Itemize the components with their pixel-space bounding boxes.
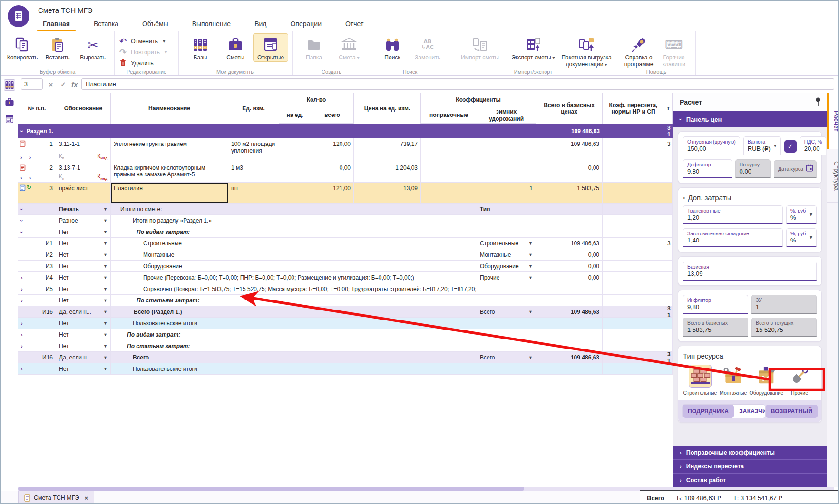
summary-row[interactable]: ›Нет▼Пользовательские итоги xyxy=(18,363,673,375)
expand-chevrons-icon[interactable]: › › xyxy=(20,175,34,181)
chevron-right-icon[interactable]: › xyxy=(21,298,23,303)
ribbon-button-сметы[interactable]: Сметы xyxy=(218,33,253,62)
summary-row[interactable]: ›Нет▼Пользовательские итоги xyxy=(18,318,673,329)
sidebar-open-documents-icon[interactable] xyxy=(4,114,15,125)
kind-coefficient[interactable]: Кинд xyxy=(97,174,107,181)
cost-type-combo[interactable]: Всего▼ xyxy=(477,352,536,363)
resource-type-toolbox-icon[interactable]: Монтажные xyxy=(718,365,749,396)
ribbon-button-базы[interactable]: Базы xyxy=(183,33,218,62)
extra-cost-field[interactable]: Транспортные1,20 xyxy=(683,205,783,224)
currency-field[interactable]: ВалютаRUB (₽)▾ xyxy=(743,136,781,155)
kp-coefficient[interactable]: Кп xyxy=(59,153,64,160)
menu-tab-вставка[interactable]: Вставка xyxy=(87,17,125,32)
chevron-right-icon[interactable]: › xyxy=(21,332,23,338)
summary-row[interactable]: ›Нет▼По видам затрат: xyxy=(18,329,673,340)
print-mode-combo[interactable]: Да, если н...▼ xyxy=(56,352,111,363)
accordion-2[interactable]: ›Индексы пересчета xyxy=(673,459,827,473)
menu-tab-главная[interactable]: Главная xyxy=(36,17,77,32)
print-mode-combo[interactable]: Нет▼ xyxy=(56,329,111,340)
print-mode-combo[interactable]: Да, если н...▼ xyxy=(56,306,111,317)
print-mode-combo[interactable]: Нет▼ xyxy=(56,249,111,260)
chevron-right-icon[interactable]: › xyxy=(21,275,23,281)
vat-checkbox-icon[interactable]: ✓ xyxy=(784,140,797,153)
print-mode-combo[interactable]: Нет▼ xyxy=(56,238,111,249)
summary-row[interactable]: И3Нет▼ОборудованиеОборудование▼0,00 xyxy=(18,261,673,272)
menu-tab-выполнение[interactable]: Выполнение xyxy=(185,17,237,32)
summary-row[interactable]: И16Да, если н...▼Всего (Раздел 1.)Всего▼… xyxy=(18,306,673,318)
print-mode-combo[interactable]: Нет▼ xyxy=(56,272,111,283)
cost-type-combo[interactable]: Строительные▼ xyxy=(477,238,536,249)
close-icon[interactable]: × xyxy=(85,494,88,502)
summary-row[interactable]: ›И4Нет▼Прочие (Перевозка: Б=0,00; Т=0,00… xyxy=(18,272,673,283)
button-подрядчика[interactable]: ПОДРЯДЧИКА xyxy=(683,405,734,418)
summary-row[interactable]: ›Печать▼Итоги по смете:Тип xyxy=(18,204,673,215)
chevron-down-icon[interactable]: › xyxy=(19,220,25,222)
section-row[interactable]: ›Раздел 1.109 486,633 1 xyxy=(18,124,673,138)
ribbon-button-3[interactable]: Удалить xyxy=(118,58,175,68)
ribbon-button-открытые[interactable]: Открытые xyxy=(253,33,288,62)
print-mode-combo[interactable]: Нет▼ xyxy=(56,363,111,374)
button-возвратный[interactable]: ВОЗВРАТНЫЙ xyxy=(766,405,818,418)
side-tab-структура[interactable]: Структура xyxy=(827,149,839,203)
item-row-1[interactable]: 1› ›3.11-1-1КпКиндУплотнение грунта грав… xyxy=(18,138,673,162)
ribbon-button-поиск[interactable]: Поиск xyxy=(375,33,410,62)
menu-tab-объёмы[interactable]: Объёмы xyxy=(136,17,175,32)
summary-row[interactable]: И1Нет▼СтроительныеСтроительные▼109 486,6… xyxy=(18,238,673,249)
deflator-field[interactable]: Дефлятор9,80 xyxy=(683,159,732,178)
base-field[interactable]: Базисная13,09 xyxy=(683,262,817,281)
unit-combo[interactable]: %, руб%▾ xyxy=(786,228,817,247)
vat-field[interactable]: НДС, %20,00 xyxy=(800,136,826,155)
resource-type-shovel-icon[interactable]: Прочие xyxy=(784,365,815,396)
chevron-right-icon[interactable]: › xyxy=(21,366,23,372)
ribbon-button-пакетная-выгрузка-документации[interactable]: Пакетная выгрузка документации▾ xyxy=(560,33,613,68)
sidebar-briefcase-icon[interactable] xyxy=(4,97,15,108)
summary-row[interactable]: ›Нет▼По статьям затрат: xyxy=(18,295,673,306)
cost-type-combo[interactable]: Оборудование▼ xyxy=(477,261,536,271)
chevron-right-icon[interactable]: › xyxy=(21,343,23,349)
row-reference-input[interactable]: 3 xyxy=(21,78,43,90)
print-mode-combo[interactable]: Нет▼ xyxy=(56,261,111,271)
extra-cost-field[interactable]: Заготовительно-складские1,40 xyxy=(683,228,783,247)
print-mode-combo[interactable]: Разное▼ xyxy=(56,215,111,226)
scrollbar-thumb[interactable] xyxy=(18,487,524,491)
inflator-field[interactable]: Инфлятор9,80 xyxy=(683,295,748,314)
document-tab[interactable]: Смета ТСН МГЭ × xyxy=(18,491,94,504)
cost-type-combo[interactable]: Монтажные▼ xyxy=(477,249,536,260)
side-tab-расчет[interactable]: Расчет xyxy=(827,93,839,149)
ribbon-button-экспорт-сметы[interactable]: Экспорт сметы▾ xyxy=(507,33,560,62)
button-заказчика[interactable]: ЗАКАЗЧИКА xyxy=(734,405,766,418)
summary-row[interactable]: ›И5Нет▼Справочно (Возврат: Б=1 583,75; Т… xyxy=(18,283,673,295)
menu-tab-отчет[interactable]: Отчет xyxy=(339,17,370,32)
resource-type-bricks-icon[interactable]: Строительные xyxy=(685,365,715,396)
print-mode-combo[interactable]: Нет▼ xyxy=(56,226,111,237)
apply-icon[interactable]: ✓ xyxy=(59,81,68,88)
summary-row[interactable]: И16Да, если н...▼ВсегоВсего▼109 486,633 … xyxy=(18,352,673,363)
print-mode-combo[interactable]: Нет▼ xyxy=(56,283,111,294)
app-logo-icon[interactable] xyxy=(8,5,29,27)
menu-tab-вид[interactable]: Вид xyxy=(248,17,273,32)
chevron-down-icon[interactable]: › xyxy=(19,208,25,210)
extra-costs-header[interactable]: ›Доп. затраты xyxy=(683,194,817,202)
ribbon-button-копировать[interactable]: Копировать xyxy=(5,33,40,62)
summary-row[interactable]: ›Разное▼Итоги по разделу «Раздел 1.» xyxy=(18,215,673,226)
item-row-2[interactable]: 2› ›3.13-7-1КпКиндКладка кирпичом кислот… xyxy=(18,162,673,183)
summary-row[interactable]: И2Нет▼МонтажныеМонтажные▼0,00 xyxy=(18,249,673,261)
fx-icon[interactable]: fx xyxy=(71,80,78,88)
chevron-down-icon[interactable]: › xyxy=(19,231,25,233)
summary-row[interactable]: ›Нет▼По видам затрат: xyxy=(18,226,673,238)
ribbon-button-вставить[interactable]: Вставить xyxy=(40,33,75,62)
sidebar-databases-icon[interactable] xyxy=(4,79,15,91)
resource-type-crate-icon[interactable]: Оборудование xyxy=(751,365,781,396)
price-panel-header[interactable]: › Панель цен xyxy=(673,111,827,127)
ribbon-button-1[interactable]: ↶Отменить▾ xyxy=(118,37,175,46)
print-mode-combo[interactable]: Печать▼ xyxy=(56,204,111,214)
formula-input[interactable]: Пластилин xyxy=(81,78,834,90)
ribbon-button-справка-о-программе[interactable]: Справка о программе xyxy=(621,33,656,68)
print-mode-combo[interactable]: Нет▼ xyxy=(56,318,111,329)
release-field[interactable]: Отпускная (вручную)150,00 xyxy=(683,136,740,155)
expand-chevrons-icon[interactable]: › › xyxy=(20,155,34,160)
pin-icon[interactable] xyxy=(814,97,822,108)
unit-combo[interactable]: %, руб%▾ xyxy=(786,205,817,224)
chevron-right-icon[interactable]: › xyxy=(21,320,23,326)
cost-type-combo[interactable]: Прочие▼ xyxy=(477,272,536,283)
